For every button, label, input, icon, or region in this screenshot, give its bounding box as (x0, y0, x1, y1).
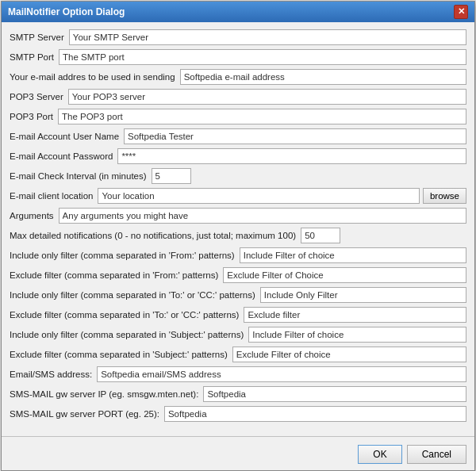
input-email-username[interactable] (124, 128, 466, 144)
input-email-client-location[interactable] (98, 188, 419, 204)
input-arguments[interactable] (59, 208, 466, 224)
label-check-interval: E-mail Check Interval (in minutes) (10, 171, 152, 181)
form-row-email-username: E-mail Account User Name (10, 128, 466, 145)
input-smtp-server[interactable] (69, 29, 466, 45)
form-row-pop3-port: POP3 Port (10, 108, 466, 125)
input-sms-server-ip[interactable] (203, 386, 466, 402)
form-row-check-interval: E-mail Check Interval (in minutes) (10, 167, 466, 185)
input-exclude-subject-filter[interactable] (232, 347, 466, 362)
form-row-max-notifications: Max detailed notifications (0 - no notif… (10, 227, 466, 244)
form-row-email-password: E-mail Account Password (10, 147, 466, 165)
input-include-subject-filter[interactable] (248, 327, 466, 343)
input-email-sending[interactable] (180, 69, 466, 85)
dialog-container: MailNotifier Option Dialog ✕ SMTP Server… (1, 1, 475, 471)
input-check-interval[interactable] (152, 168, 191, 184)
input-pop3-port[interactable] (58, 109, 466, 124)
form-row-email-sending: Your e-mail addres to be used in sending (10, 68, 466, 86)
label-email-username: E-mail Account User Name (10, 132, 124, 141)
form-row-exclude-to-filter: Exclude filter (comma separated in 'To:'… (10, 306, 466, 324)
form-row-sms-server-ip: SMS-MAIL gw server IP (eg. smsgw.mten.ne… (10, 385, 466, 403)
form-row-smtp-port: SMTP Port (10, 48, 466, 66)
label-include-subject-filter: Include only filter (comma separated in … (10, 330, 248, 339)
label-sms-server-ip: SMS-MAIL gw server IP (eg. smsgw.mten.ne… (10, 389, 203, 399)
label-smtp-port: SMTP Port (10, 52, 59, 62)
label-exclude-to-filter: Exclude filter (comma separated in 'To:'… (10, 310, 244, 320)
dialog-title: MailNotifier Option Dialog (8, 6, 125, 17)
title-bar: MailNotifier Option Dialog ✕ (2, 2, 474, 22)
input-email-password[interactable] (117, 148, 466, 164)
input-include-from-filter[interactable] (240, 247, 466, 263)
browse-wrap-email-client-location: browse (98, 188, 466, 204)
form-row-smtp-server: SMTP Server (10, 29, 466, 46)
dialog-content: SMTP ServerSMTP PortYour e-mail addres t… (2, 22, 474, 433)
input-sms-server-port[interactable] (164, 406, 466, 422)
form-row-include-from-filter: Include only filter (comma separated in … (10, 247, 466, 264)
input-email-sms[interactable] (97, 366, 466, 382)
cancel-button[interactable]: Cancel (407, 445, 466, 464)
label-pop3-server: POP3 Server (10, 92, 68, 101)
input-smtp-port[interactable] (59, 49, 466, 65)
form-row-pop3-server: POP3 Server (10, 88, 466, 105)
label-email-password: E-mail Account Password (10, 151, 117, 161)
label-include-from-filter: Include only filter (comma separated in … (10, 251, 240, 260)
label-exclude-subject-filter: Exclude filter (comma separated in 'Subj… (10, 350, 232, 359)
input-max-notifications[interactable] (301, 228, 340, 243)
input-pop3-server[interactable] (68, 89, 466, 105)
form-row-exclude-subject-filter: Exclude filter (comma separated in 'Subj… (10, 346, 466, 363)
label-exclude-from-filter: Exclude filter (comma separated in 'From… (10, 270, 223, 280)
dialog-footer: OK Cancel (2, 440, 474, 470)
form-row-include-subject-filter: Include only filter (comma separated in … (10, 326, 466, 343)
label-arguments: Arguments (10, 211, 59, 220)
label-max-notifications: Max detailed notifications (0 - no notif… (10, 231, 301, 240)
input-exclude-from-filter[interactable] (223, 267, 466, 283)
form-row-arguments: Arguments (10, 207, 466, 224)
form-row-include-to-filter: Include only filter (comma separated in … (10, 286, 466, 304)
ok-button[interactable]: OK (358, 445, 401, 464)
label-include-to-filter: Include only filter (comma separated in … (10, 290, 260, 300)
label-email-sending: Your e-mail addres to be used in sending (10, 72, 180, 82)
label-sms-server-port: SMS-MAIL gw server PORT (eg. 25): (10, 409, 164, 419)
form-row-email-sms: Email/SMS address: (10, 366, 466, 383)
label-email-client-location: E-mail client location (10, 191, 98, 201)
label-email-sms: Email/SMS address: (10, 370, 97, 379)
input-exclude-to-filter[interactable] (244, 307, 466, 323)
label-pop3-port: POP3 Port (10, 112, 58, 121)
browse-button-email-client-location[interactable]: browse (423, 188, 466, 204)
close-button[interactable]: ✕ (454, 5, 468, 19)
form-row-sms-server-port: SMS-MAIL gw server PORT (eg. 25): (10, 405, 466, 423)
label-smtp-server: SMTP Server (10, 33, 69, 42)
form-row-email-client-location: E-mail client locationbrowse (10, 187, 466, 205)
input-include-to-filter[interactable] (260, 287, 466, 303)
form-row-exclude-from-filter: Exclude filter (comma separated in 'From… (10, 266, 466, 284)
